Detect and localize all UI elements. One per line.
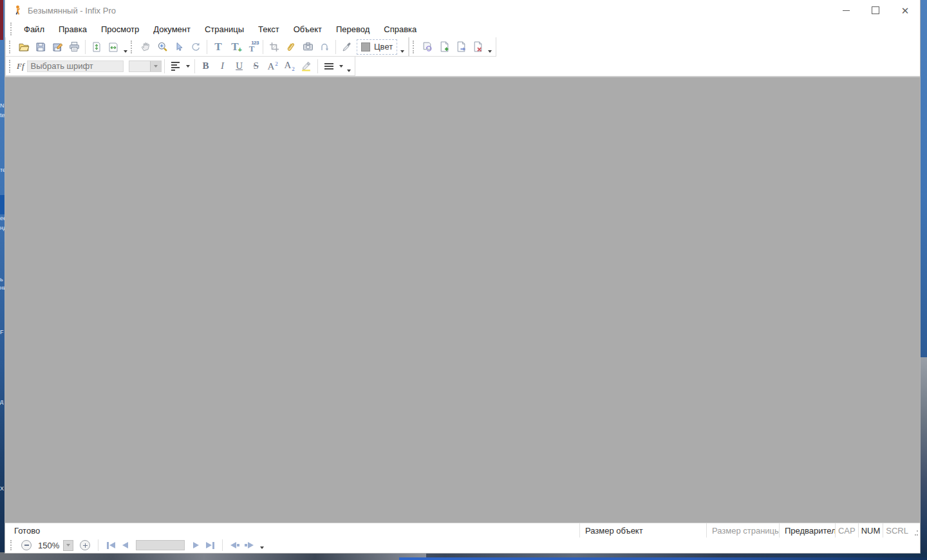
desktop-icon-label-fragment: F bbox=[0, 330, 5, 335]
caps-lock-indicator: CAP bbox=[835, 523, 858, 537]
insert-page-button[interactable] bbox=[436, 39, 453, 55]
zoom-presets-dropdown[interactable] bbox=[124, 50, 127, 53]
rotate-pages-icon bbox=[422, 41, 433, 52]
menu-help[interactable]: Справка bbox=[377, 22, 424, 37]
font-name-input[interactable] bbox=[27, 61, 124, 72]
menu-pages[interactable]: Страницы bbox=[198, 22, 251, 37]
text-numbering-button[interactable]: T 123 bbox=[243, 39, 260, 55]
status-bar: Готово Размер объект Размер страницы Пре… bbox=[5, 523, 920, 537]
fit-height-button[interactable] bbox=[88, 39, 105, 55]
desktop-icon-label-fragment: ee bbox=[0, 216, 5, 221]
toolbar-grip[interactable] bbox=[131, 41, 135, 53]
scroll-lock-indicator: SCRL bbox=[883, 523, 911, 537]
font-size-dropdown[interactable] bbox=[150, 61, 161, 71]
superscript-button[interactable]: A2 bbox=[265, 58, 281, 75]
font-size-combo[interactable] bbox=[129, 61, 162, 72]
nav-overflow-dropdown[interactable] bbox=[260, 546, 264, 549]
desktop-icon-label-fragment: X bbox=[0, 486, 5, 492]
snapshot-tool-button[interactable] bbox=[299, 39, 316, 55]
separator bbox=[263, 40, 263, 54]
color-picker-button[interactable]: Цвет bbox=[357, 39, 397, 55]
previous-page-button[interactable] bbox=[118, 539, 132, 552]
line-spacing-dropdown[interactable] bbox=[339, 65, 343, 68]
maximize-icon bbox=[872, 6, 879, 14]
title-bar[interactable]: Безымянный - Infix Pro ✕ bbox=[5, 0, 920, 21]
menu-object[interactable]: Объект bbox=[286, 22, 329, 37]
minimize-button[interactable] bbox=[831, 0, 861, 21]
maximize-button[interactable] bbox=[861, 0, 890, 21]
menu-view[interactable]: Просмотр bbox=[94, 22, 146, 37]
clip-tool-button[interactable] bbox=[283, 39, 299, 55]
toolbar-grip[interactable] bbox=[413, 41, 417, 53]
document-canvas[interactable] bbox=[5, 77, 920, 523]
menu-document[interactable]: Документ bbox=[146, 22, 198, 37]
fit-width-button[interactable] bbox=[105, 39, 122, 55]
menu-text[interactable]: Текст bbox=[251, 22, 286, 37]
desktop-icon-label-fragment: te bbox=[0, 113, 5, 118]
bar-icon bbox=[212, 542, 214, 549]
highlighter-icon bbox=[301, 61, 312, 71]
zoom-tool-button[interactable] bbox=[154, 39, 171, 55]
color-dropdown[interactable] bbox=[400, 50, 404, 53]
eyedropper-button[interactable] bbox=[339, 39, 355, 55]
subscript-button[interactable]: A2 bbox=[281, 58, 298, 75]
desktop-wallpaper-blue-line bbox=[399, 557, 927, 560]
path-tool-button[interactable] bbox=[316, 39, 333, 55]
save-as-button[interactable] bbox=[49, 39, 66, 55]
pages-dropdown[interactable] bbox=[488, 50, 492, 53]
rotate-icon bbox=[191, 42, 201, 52]
previous-view-button[interactable] bbox=[228, 539, 242, 552]
hand-tool-button[interactable] bbox=[137, 39, 154, 55]
align-dropdown[interactable] bbox=[186, 65, 190, 68]
close-button[interactable]: ✕ bbox=[890, 0, 920, 21]
select-tool-button[interactable] bbox=[171, 39, 187, 55]
rotate-pages-button[interactable] bbox=[419, 39, 436, 55]
first-page-button[interactable] bbox=[104, 539, 118, 552]
toolbar-grip[interactable] bbox=[9, 41, 14, 53]
highlight-button[interactable] bbox=[298, 58, 315, 75]
menu-edit[interactable]: Правка bbox=[52, 22, 94, 37]
strikethrough-button[interactable]: S bbox=[248, 58, 265, 75]
print-icon bbox=[69, 41, 80, 52]
next-page-button[interactable] bbox=[189, 539, 203, 552]
new-text-box-button[interactable]: T + bbox=[227, 39, 243, 55]
page-size-panel: Размер страницы bbox=[706, 523, 779, 537]
font-size-value[interactable] bbox=[129, 61, 150, 71]
underline-icon: U bbox=[236, 61, 243, 71]
menu-translate[interactable]: Перевод bbox=[329, 22, 377, 37]
edit-text-tool-button[interactable]: T bbox=[210, 39, 227, 55]
format-overflow-dropdown[interactable] bbox=[347, 70, 351, 72]
delete-page-button[interactable] bbox=[469, 39, 486, 55]
align-button[interactable] bbox=[167, 58, 184, 75]
line-spacing-button[interactable] bbox=[321, 58, 337, 75]
menubar-grip[interactable] bbox=[10, 23, 15, 35]
toolbar-grip[interactable] bbox=[9, 60, 14, 73]
bold-icon: B bbox=[203, 61, 209, 71]
zoom-level-dropdown[interactable] bbox=[63, 540, 73, 551]
print-button[interactable] bbox=[66, 39, 82, 55]
save-button[interactable] bbox=[32, 39, 49, 55]
crop-tool-button[interactable] bbox=[266, 39, 283, 55]
delete-page-icon bbox=[473, 41, 483, 52]
color-button-label: Цвет bbox=[374, 42, 393, 51]
triangle-left-icon bbox=[122, 542, 128, 548]
resize-grip[interactable] bbox=[911, 523, 920, 537]
last-page-button[interactable] bbox=[203, 539, 217, 552]
navigation-bar: 150% bbox=[5, 537, 920, 553]
next-view-button[interactable] bbox=[242, 539, 256, 552]
italic-button[interactable]: I bbox=[214, 58, 231, 75]
toolbar-row-2: Ff B bbox=[5, 57, 920, 77]
rotate-tool-button[interactable] bbox=[187, 39, 204, 55]
menu-file[interactable]: Файл bbox=[17, 22, 52, 37]
page-number-input[interactable] bbox=[136, 540, 185, 550]
underline-button[interactable]: U bbox=[231, 58, 248, 75]
bold-button[interactable]: B bbox=[198, 58, 214, 75]
status-message: Готово bbox=[14, 526, 40, 536]
open-button[interactable] bbox=[15, 39, 32, 55]
separator bbox=[222, 539, 223, 551]
separator bbox=[164, 59, 165, 73]
toolbar-grip[interactable] bbox=[10, 540, 15, 550]
zoom-in-button[interactable] bbox=[80, 540, 90, 550]
zoom-out-button[interactable] bbox=[21, 540, 32, 550]
extract-page-button[interactable] bbox=[453, 39, 469, 55]
